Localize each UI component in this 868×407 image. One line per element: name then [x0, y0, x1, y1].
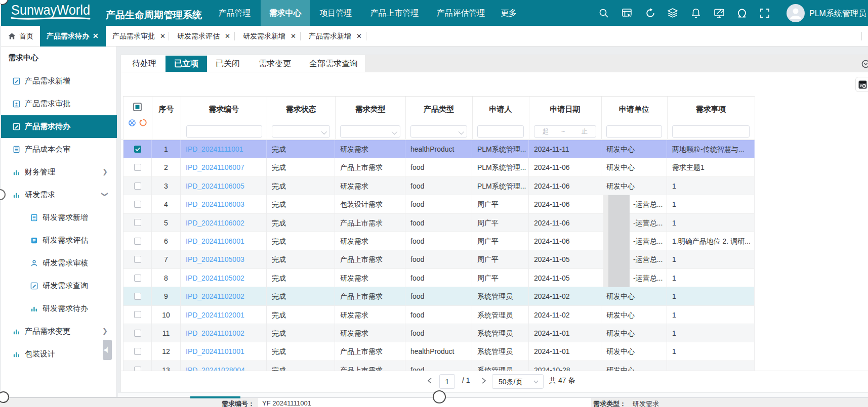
- svg-text:SunwayWorld: SunwayWorld: [11, 3, 90, 18]
